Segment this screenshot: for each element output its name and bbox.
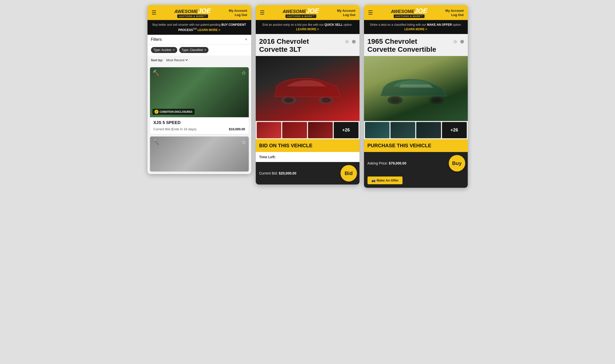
banner-1: Buy better and sell smarter with our pat… <box>148 20 251 35</box>
logo-1: AWESOMEJOE AUCTIONS & MORE™ <box>174 8 211 18</box>
car-card-2[interactable]: 🔨 ☆ <box>150 136 249 172</box>
logo-sub-3: AUCTIONS & MORE™ <box>394 14 424 18</box>
logo-joe-2: JOE <box>306 7 319 14</box>
car-info-1: XJS 5 SPEED Current Bid (Ends In 16 days… <box>150 117 249 134</box>
header-2: ☰ AWESOMEJOE AUCTIONS & MORE™ My Account… <box>256 5 360 20</box>
auction-gavel-icon: 🔨 <box>152 70 159 76</box>
banner-text-3a: Strike a deal on a classified listing wi… <box>370 23 427 26</box>
thumb-2-2[interactable] <box>282 122 307 138</box>
sort-bar: Sort by: Most Recent <box>148 56 251 65</box>
badge-text-1: CONDITION DISCLOSURES <box>160 110 192 113</box>
filter-tags: Type: Auction × Type: Classified × <box>148 44 251 56</box>
main-image-inner-2 <box>256 56 360 121</box>
logo-text-2: AWESOMEJOE <box>282 8 319 14</box>
header-nav-2: My Account Log Out <box>337 9 355 17</box>
banner-2: End an auction early on a bid you like w… <box>256 20 360 34</box>
thumb-overlay-2: +26 <box>334 122 358 138</box>
log-out-link-2[interactable]: Log Out <box>343 13 356 17</box>
svg-point-7 <box>432 98 441 103</box>
car-silhouette-3 <box>374 66 457 111</box>
camera-icon: 📷 <box>372 178 376 182</box>
price-row-3: Asking Price: $79,000.00 Buy <box>364 152 468 174</box>
hamburger-icon-2[interactable]: ☰ <box>260 10 265 16</box>
banner-3: Strike a deal on a classified listing wi… <box>364 20 468 34</box>
vehicle-title-2: 2016 Chevrolet Corvette 3LT <box>259 38 337 54</box>
thumb-2-4[interactable]: +26 <box>334 122 358 138</box>
thumb-3-4[interactable]: +26 <box>442 122 467 138</box>
tag-auction-label: Type: Auction <box>154 48 172 52</box>
title-star-icon-2[interactable]: ☆ <box>345 38 349 44</box>
thumb-row-3: +26 <box>364 121 468 139</box>
filters-label: Filters <box>151 37 162 42</box>
header-1: ☰ AWESOMEJOE AUCTIONS & MORE™ My Account… <box>148 5 251 20</box>
banner-text-2a: End an auction early on a bid you like w… <box>262 23 324 26</box>
my-account-link-1[interactable]: My Account <box>229 9 247 12</box>
logo-joe-3: JOE <box>414 7 427 14</box>
banner-highlight-2: QUICK SELL <box>324 23 343 26</box>
time-left-label: Time Left: <box>259 155 276 159</box>
title-icons-2: ☆ ⊕ <box>345 38 356 44</box>
buy-button[interactable]: Buy <box>449 155 465 172</box>
tag-auction[interactable]: Type: Auction × <box>151 47 177 53</box>
current-bid-label: Current Bid: <box>259 171 278 175</box>
filters-chevron-icon[interactable]: ▼ <box>245 38 248 41</box>
main-image-inner-3 <box>364 56 468 121</box>
favorite-icon-2[interactable]: ☆ <box>241 139 246 146</box>
log-out-link-1[interactable]: Log Out <box>235 13 247 17</box>
phone-frame-1: ☰ AWESOMEJOE AUCTIONS & MORE™ My Account… <box>148 5 251 174</box>
phone-frame-2: ☰ AWESOMEJOE AUCTIONS & MORE™ My Account… <box>256 5 360 184</box>
thumb-2-1[interactable] <box>257 122 282 138</box>
thumb-3-1[interactable] <box>365 122 390 138</box>
logo-joe: JOE <box>198 7 211 14</box>
asking-price-amount: $79,000.00 <box>389 161 406 165</box>
my-account-link-3[interactable]: My Account <box>445 9 464 12</box>
vehicle-title-3: 1965 Chevrolet Corvette Convertible <box>368 38 445 54</box>
title-share-icon-3[interactable]: ⊕ <box>460 38 464 44</box>
vehicle-title-row-2: 2016 Chevrolet Corvette 3LT ☆ ⊕ <box>256 34 360 56</box>
tag-classified[interactable]: Type: Classified × <box>179 47 209 53</box>
banner-link-3[interactable]: LEARN MORE > <box>404 28 427 31</box>
favorite-icon-1[interactable]: ☆ <box>241 70 246 76</box>
main-vehicle-image-3 <box>364 56 468 121</box>
bid-detail-2: Time Left: <box>256 152 360 162</box>
thumb-3-2[interactable] <box>390 122 415 138</box>
thumb-2-3[interactable] <box>308 122 333 138</box>
hamburger-icon[interactable]: ☰ <box>152 10 156 16</box>
title-share-icon-2[interactable]: ⊕ <box>352 38 356 44</box>
my-account-link-2[interactable]: My Account <box>337 9 355 12</box>
svg-point-6 <box>390 98 400 103</box>
thumb-row-2: +26 <box>256 121 360 139</box>
badge-check-icon: ✓ <box>154 110 158 114</box>
car-image-wrap-1: 🔨 ☆ ✓ CONDITION DISCLOSURES <box>150 67 249 117</box>
tag-classified-close-icon[interactable]: × <box>204 48 206 52</box>
banner-text-1: Buy better and sell smarter with our pat… <box>152 23 221 26</box>
car-card-1[interactable]: 🔨 ☆ ✓ CONDITION DISCLOSURES XJS 5 SPEED … <box>150 67 249 134</box>
bid-footer-2: Current Bid: $20,000.00 Bid <box>256 162 360 184</box>
banner-highlight-3: MAKE AN OFFER <box>427 23 452 26</box>
sort-select[interactable]: Most Recent <box>165 58 188 62</box>
logo-sub-2: AUCTIONS & MORE™ <box>286 14 316 18</box>
auction-gavel-icon-2: 🔨 <box>152 139 159 146</box>
logo-3: AWESOMEJOE AUCTIONS & MORE™ <box>391 8 427 18</box>
header-3: ☰ AWESOMEJOE AUCTIONS & MORE™ My Account… <box>364 5 468 20</box>
phone-frame-3: ☰ AWESOMEJOE AUCTIONS & MORE™ My Account… <box>364 5 468 188</box>
tag-auction-close-icon[interactable]: × <box>173 48 175 52</box>
title-star-icon-3[interactable]: ☆ <box>453 38 458 44</box>
log-out-link-3[interactable]: Log Out <box>451 13 464 17</box>
banner-link-1[interactable]: LEARN MORE > <box>198 28 220 32</box>
asking-price-label: Asking Price: <box>368 161 388 165</box>
bid-cta-2: BID ON THIS VEHICLE <box>256 139 360 152</box>
car-title-1: XJS 5 SPEED <box>154 120 245 125</box>
title-icons-3: ☆ ⊕ <box>453 38 464 44</box>
sort-label: Sort by: <box>151 58 163 62</box>
svg-point-2 <box>284 98 294 103</box>
thumb-3-3[interactable] <box>416 122 441 138</box>
banner-link-2[interactable]: LEARN MORE > <box>296 28 319 31</box>
hamburger-icon-3[interactable]: ☰ <box>368 10 373 16</box>
filters-bar: Filters ▼ <box>148 35 251 44</box>
vehicle-title-row-3: 1965 Chevrolet Corvette Convertible ☆ ⊕ <box>364 34 468 56</box>
make-offer-button[interactable]: 📷 Make An Offer <box>368 176 403 184</box>
current-bid-info: Current Bid: $20,000.00 <box>259 171 296 175</box>
thumb-overlay-3: +26 <box>442 122 467 138</box>
bid-button[interactable]: Bid <box>340 165 357 182</box>
